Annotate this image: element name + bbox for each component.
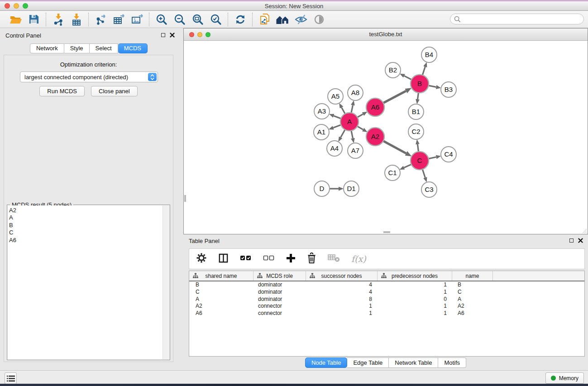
network-horizontal-scroll-thumb[interactable] (383, 231, 390, 233)
edge-A2-C[interactable] (382, 141, 406, 153)
show-details-eye-icon (313, 14, 325, 25)
table-row[interactable]: Cdominator41C (189, 289, 584, 296)
import-network-icon (53, 13, 64, 26)
result-item[interactable]: A (9, 214, 163, 221)
network-window-titlebar[interactable]: testGlobe.txt (184, 29, 588, 41)
result-item[interactable]: B (9, 222, 163, 229)
delete-column-button[interactable] (307, 253, 316, 266)
attribute-tree-icon (381, 273, 387, 278)
optimization-criterion-select[interactable]: largest connected component (directed) (20, 71, 158, 82)
close-panel-icon[interactable] (170, 33, 175, 38)
cell: A2 (189, 303, 253, 310)
column-header-shared-name[interactable]: shared name (189, 271, 253, 281)
search-icon (454, 16, 461, 23)
table-row[interactable]: Bdominator41B (189, 281, 584, 289)
table-settings-button[interactable] (196, 253, 207, 265)
memory-status-icon (551, 376, 556, 381)
delete-table-button[interactable] (328, 254, 340, 264)
import-network-button[interactable] (51, 12, 65, 26)
zoom-out-button[interactable] (172, 12, 186, 26)
cell: 4 (306, 289, 378, 296)
task-history-button[interactable] (5, 372, 17, 384)
node-label-B2: B2 (389, 66, 397, 74)
column-header-name[interactable]: name (452, 271, 493, 281)
function-builder-button[interactable]: f(x) (351, 254, 366, 264)
resize-grip-icon[interactable] (581, 228, 587, 234)
deselect-all-columns-button[interactable] (263, 255, 275, 263)
plus-icon (286, 253, 296, 263)
tab-mcds[interactable]: MCDS (118, 43, 148, 53)
network-graph[interactable]: B4B2BB3A5A8A6A3AB1A1C2A2A4A7CC4C1C3DD1 (184, 40, 587, 234)
split-column-view-button[interactable] (218, 253, 229, 265)
optimization-criterion-label: Optimization criterion: (4, 61, 173, 68)
refresh-button[interactable] (233, 12, 247, 26)
node-label-A: A (347, 118, 352, 125)
result-item[interactable]: A6 (9, 237, 163, 244)
result-item[interactable]: A2 (9, 207, 163, 214)
tab-style[interactable]: Style (64, 43, 90, 53)
titlebar: Session: New Session (0, 1, 588, 11)
node-label-A8: A8 (351, 89, 359, 96)
save-floppy-icon (28, 14, 39, 25)
cell: A (189, 296, 253, 303)
delete-table-icon (328, 254, 340, 262)
network-vertical-scroll-thumb[interactable] (184, 195, 186, 202)
zoom-selected-button[interactable] (209, 12, 223, 26)
save-session-button[interactable] (27, 12, 41, 26)
copy-network-button[interactable] (258, 12, 272, 26)
cell: A6 (452, 310, 493, 317)
select-all-columns-button[interactable] (240, 255, 252, 263)
cell: 1 (378, 303, 452, 310)
tab-node-table[interactable]: Node Table (305, 357, 348, 368)
status-bar: Memory (0, 370, 588, 384)
zoom-fit-button[interactable] (191, 12, 205, 26)
tab-select[interactable]: Select (90, 43, 118, 53)
edge-A6-B[interactable] (382, 91, 406, 104)
add-column-button[interactable] (286, 253, 296, 265)
export-network-icon (95, 14, 107, 25)
table-row[interactable]: A6connector11A6 (189, 310, 584, 317)
result-list-scrollbar[interactable] (163, 205, 169, 359)
tab-network[interactable]: Network (30, 43, 64, 53)
cell: dominator (253, 281, 306, 289)
table-row[interactable]: Adominator80A (189, 296, 584, 303)
run-mcds-button[interactable]: Run MCDS (39, 86, 85, 96)
tab-motifs[interactable]: Motifs (438, 357, 466, 368)
hide-graphics-details-button[interactable] (294, 12, 308, 26)
table-float-panel-icon[interactable] (569, 238, 574, 243)
table-panel-title: Table Panel (189, 238, 220, 244)
trash-icon (307, 253, 316, 264)
copy-network-icon (259, 13, 271, 26)
home-button[interactable] (276, 12, 290, 26)
mcds-result-list[interactable]: A2ABCA6 (8, 205, 163, 359)
node-label-D: D (320, 185, 325, 192)
checked-boxes-icon (240, 255, 252, 261)
export-table-button[interactable] (112, 12, 126, 26)
search-field[interactable] (450, 14, 584, 24)
export-image-button[interactable] (130, 12, 144, 26)
import-table-button[interactable] (69, 12, 83, 26)
tab-edge-table[interactable]: Edge Table (347, 357, 389, 368)
export-table-icon (113, 14, 125, 25)
table-row[interactable]: A2connector11A2 (189, 303, 584, 310)
tab-network-table[interactable]: Network Table (389, 357, 438, 368)
home-icon (276, 14, 290, 25)
cell: 1 (378, 289, 452, 296)
result-item[interactable]: C (9, 229, 163, 236)
open-session-button[interactable] (9, 12, 23, 26)
show-graphics-details-button[interactable] (312, 12, 326, 26)
attribute-tree-icon (310, 273, 315, 278)
close-panel-button[interactable]: Close panel (91, 86, 138, 96)
export-image-icon (131, 14, 143, 25)
zoom-in-button[interactable] (154, 12, 168, 26)
table-toolbar: f(x) (189, 248, 585, 269)
cell: C (189, 289, 253, 296)
column-header-predecessor-nodes[interactable]: predecessor nodes (378, 271, 452, 281)
column-header-MCDS-role[interactable]: MCDS role (253, 271, 306, 281)
memory-button[interactable]: Memory (545, 372, 584, 384)
export-network-button[interactable] (94, 12, 108, 26)
desktop-edge-bottom (0, 384, 588, 386)
column-header-successor-nodes[interactable]: successor nodes (306, 271, 378, 281)
table-close-panel-icon[interactable] (578, 238, 583, 243)
float-panel-icon[interactable] (161, 33, 165, 37)
